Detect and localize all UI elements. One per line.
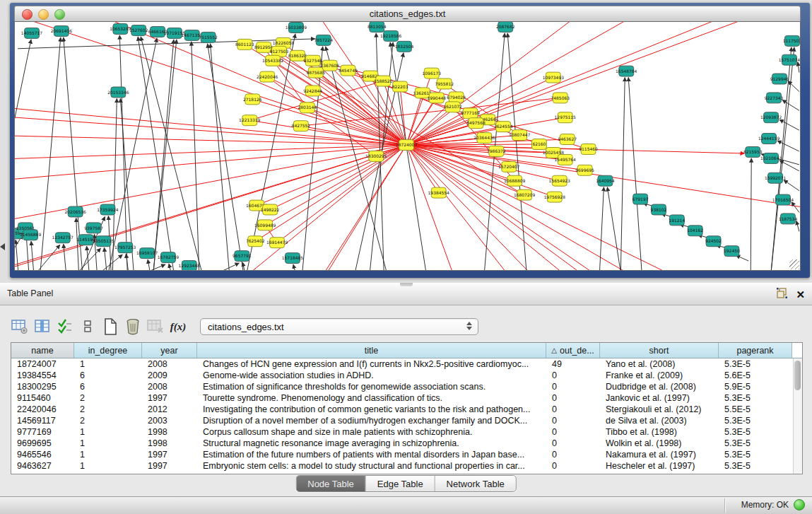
graph-node[interactable]: 16099489 (254, 220, 276, 230)
delete-table-icon[interactable] (146, 317, 165, 336)
table-scrollbar-thumb[interactable] (794, 361, 801, 390)
graph-node[interactable]: 12342757 (52, 233, 74, 243)
panel-splitter-handle[interactable] (400, 283, 413, 286)
table-row[interactable]: 1872400712008Changes of HCN gene express… (11, 358, 802, 370)
graph-node[interactable]: 62160 (531, 139, 546, 150)
graph-node[interactable]: 9115460 (579, 144, 598, 155)
graph-node[interactable]: 3624554 (494, 122, 513, 132)
graph-node[interactable]: 17359924 (97, 204, 119, 215)
memory-indicator[interactable]: Memory: OK (741, 499, 805, 510)
collapse-panel-arrow-icon[interactable] (0, 243, 5, 250)
graph-node[interactable]: 6794028 (447, 92, 466, 103)
graph-node[interactable]: 9875685 (306, 67, 325, 78)
graph-node[interactable]: 7485063 (551, 93, 570, 103)
table-settings-icon[interactable] (11, 317, 29, 336)
graph-node[interactable]: 18300295 (365, 151, 387, 161)
graph-node[interactable]: 8215953 (743, 146, 763, 157)
row-height-icon[interactable] (78, 317, 97, 336)
graph-node[interactable]: 16914479 (266, 238, 288, 248)
table-row[interactable]: 946554611997Estimation of the future num… (11, 449, 802, 460)
column-header-year[interactable]: year (142, 343, 197, 358)
show-columns-icon[interactable] (33, 317, 52, 336)
graph-node[interactable]: 10543382 (262, 55, 284, 66)
graph-node[interactable]: 1187534 (779, 214, 798, 224)
graph-node[interactable]: 1640954 (596, 175, 615, 186)
graph-node[interactable]: 10973493 (543, 72, 565, 83)
graph-node[interactable]: 2718126 (243, 94, 262, 105)
graph-node[interactable]: 679197 (632, 194, 649, 204)
table-row[interactable]: 946362711997Embryonic stem cells: a mode… (11, 460, 802, 472)
table-row[interactable]: 911546021997Tourette syndrome. Phenomeno… (11, 392, 802, 404)
graph-node[interactable]: 2803144 (298, 103, 317, 113)
table-scrollbar[interactable] (793, 358, 802, 474)
graph-node[interactable]: 8601123 (235, 39, 254, 49)
graph-node[interactable]: 14055717 (21, 28, 43, 38)
graph-node[interactable]: 10653287 (110, 23, 131, 34)
graph-node[interactable]: 7625402 (246, 236, 265, 247)
graph-node[interactable]: 20153346 (107, 87, 129, 98)
table-row[interactable]: 969969511998Structural magnetic resonanc… (11, 438, 802, 449)
graph-node[interactable]: 12093872 (760, 112, 782, 123)
graph-node[interactable]: 15495764 (555, 154, 577, 165)
graph-node[interactable]: 1621072 (443, 102, 462, 112)
graph-node[interactable]: 22420046 (257, 71, 278, 82)
column-header-out_de[interactable]: △out_de... (546, 343, 600, 358)
graph-node[interactable]: 9129946 (770, 74, 789, 84)
window-titlebar[interactable]: citations_edges.txt (14, 6, 801, 22)
graph-node[interactable]: 9327548 (304, 55, 323, 66)
tab-node-table[interactable]: Node Table (296, 476, 366, 491)
graph-node[interactable]: 15654923 (549, 175, 571, 186)
graph-node[interactable]: 1588520 (374, 76, 393, 86)
table-row[interactable]: 1938455462009Genome-wide association stu… (11, 370, 802, 381)
delete-entries-icon[interactable] (124, 317, 142, 336)
graph-node[interactable]: 6497568 (466, 118, 486, 129)
graph-node[interactable]: 16807209 (514, 189, 536, 200)
graph-node[interactable]: 9227343 (765, 93, 784, 103)
graph-node[interactable]: 12975115 (555, 112, 577, 123)
function-builder-icon[interactable]: f(x) (169, 317, 187, 336)
graph-node[interactable]: 10807447 (509, 130, 531, 141)
graph-node[interactable]: 17016504 (772, 194, 794, 205)
graph-node[interactable]: 15751074 (779, 54, 800, 65)
window-resize-grip[interactable] (789, 259, 799, 269)
graph-node[interactable]: 12213319 (239, 115, 261, 126)
graph-node[interactable]: 16782759 (158, 252, 180, 263)
graph-node[interactable]: 924502 (705, 236, 722, 247)
graph-node[interactable]: 7986372 (487, 146, 506, 157)
graph-node[interactable]: 8427552 (292, 121, 311, 132)
column-header-title[interactable]: title (197, 343, 546, 358)
column-header-pagerank[interactable]: pagerank (719, 343, 792, 358)
graph-node[interactable]: 10210643 (760, 153, 782, 163)
graph-node[interactable]: 20364436 (473, 133, 495, 144)
graph-node[interactable]: 9242844 (304, 86, 323, 96)
network-window[interactable]: citations_edges.txt 18724007183002958601… (10, 3, 810, 278)
graph-node[interactable]: 7515552 (199, 32, 218, 42)
network-graph[interactable]: 1872400718300295860112389129541822605891… (15, 22, 800, 270)
graph-node[interactable]: 15720407 (498, 161, 520, 172)
graph-node[interactable]: 7955812 (435, 78, 454, 89)
tab-network-table[interactable]: Network Table (435, 476, 516, 491)
graph-node[interactable]: 15718485 (282, 253, 304, 264)
table-selector-dropdown[interactable]: citations_edges.txt (200, 318, 478, 335)
graph-node[interactable]: 9657791 (233, 251, 252, 262)
graph-node[interactable]: 13505135 (93, 236, 114, 247)
graph-node[interactable]: 9699695 (575, 165, 594, 175)
graph-node[interactable]: 9777169 (461, 108, 480, 119)
graph-node[interactable]: 20691406 (51, 25, 73, 36)
graph-node[interactable]: 938102 (651, 204, 667, 215)
graph-node[interactable]: 16548784 (616, 66, 637, 76)
graph-node[interactable]: 1832504 (395, 41, 414, 52)
graph-node[interactable]: 8454749 (339, 65, 358, 76)
column-header-in_degree[interactable]: in_degree (74, 343, 142, 358)
graph-node[interactable]: 822203 (392, 81, 408, 92)
graph-node[interactable]: 2087682 (496, 22, 515, 32)
graph-node[interactable]: 16958107 (136, 248, 158, 259)
graph-node[interactable]: 1498222 (261, 204, 280, 215)
create-table-icon[interactable] (101, 317, 119, 336)
float-panel-icon[interactable] (777, 288, 787, 301)
graph-node[interactable]: 1990448 (428, 93, 447, 103)
graph-node[interactable]: 1117507 (783, 35, 800, 46)
tab-edge-table[interactable]: Edge Table (366, 476, 435, 491)
graph-node[interactable]: 12923448 (179, 261, 201, 270)
table-row[interactable]: 1456911722003Disruption of a novel membe… (11, 415, 802, 426)
